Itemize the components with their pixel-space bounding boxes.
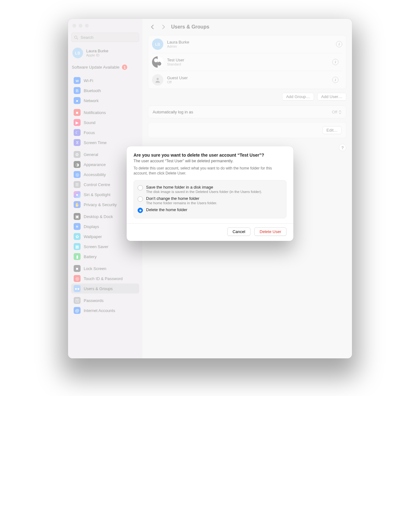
sidebar-item-label: Battery (84, 254, 97, 259)
home-folder-option[interactable]: Don't change the home folderThe home fol… (138, 195, 282, 206)
auto-login-value[interactable]: Off (332, 110, 342, 114)
sidebar-item-label: General (84, 152, 98, 157)
sidebar-item-users-groups[interactable]: ●●Users & Groups (71, 284, 139, 294)
sidebar-item-label: Siri & Spotlight (84, 192, 110, 197)
sidebar-item-label: Passwords (84, 298, 104, 303)
user-row[interactable]: Guest UserOffi (152, 71, 342, 89)
screensaver-icon: ▦ (74, 243, 81, 250)
sidebar-item-label: Wallpaper (84, 234, 102, 239)
home-folder-option[interactable]: Delete the home folder (138, 206, 282, 214)
minimize-window-icon[interactable] (79, 24, 82, 28)
sidebar-item-network[interactable]: ●Network (71, 96, 139, 106)
privacy-icon: ✋ (74, 201, 81, 208)
sidebar-item-label: Bluetooth (84, 88, 101, 93)
user-row[interactable]: LBLaura BurkeAdmini (148, 35, 346, 53)
sidebar-item-notifications[interactable]: ■Notifications (71, 107, 139, 117)
auto-login-label: Automatically log in as (153, 110, 193, 114)
help-button[interactable]: ? (339, 144, 346, 151)
sidebar-item-screen-saver[interactable]: ▦Screen Saver (71, 242, 139, 252)
dialog-title: Are you sure you want to delete the user… (134, 153, 286, 158)
delete-user-button[interactable]: Delete User (254, 227, 286, 236)
sidebar-item-label: Screen Saver (84, 244, 108, 249)
sidebar-item-internet-accounts[interactable]: @Internet Accounts (71, 305, 139, 315)
general-icon: ⚙ (74, 151, 81, 158)
option-label: Don't change the home folder (146, 196, 217, 201)
controlcentre-icon: ☰ (74, 181, 81, 188)
lock-icon: ■ (74, 265, 81, 272)
sidebar-item-bluetooth[interactable]: BBluetooth (71, 86, 139, 96)
option-label: Delete the home folder (146, 207, 187, 212)
delete-user-dialog: Are you sure you want to delete the user… (127, 146, 293, 241)
appearance-icon: ◑ (74, 161, 81, 168)
updown-icon (339, 110, 342, 114)
info-icon[interactable]: i (336, 41, 342, 47)
users-list: LBLaura BurkeAdminiTest UserStandardiGue… (148, 35, 346, 89)
sidebar-item-label: Privacy & Security (84, 202, 117, 207)
info-icon[interactable]: i (332, 59, 339, 65)
user-name: Test User (167, 58, 184, 63)
sidebar-item-wi-fi[interactable]: ᴡWi-Fi (71, 75, 139, 86)
option-sub: The disk image is saved in the Deleted U… (146, 190, 262, 194)
sidebar-item-label: Lock Screen (84, 266, 106, 271)
sidebar-item-lock-screen[interactable]: ■Lock Screen (71, 263, 139, 273)
auto-login-row[interactable]: Automatically log in as Off (148, 106, 346, 118)
sidebar-item-label: Focus (84, 130, 95, 135)
add-group-button[interactable]: Add Group… (282, 93, 314, 101)
sidebar-item-touch-id-password[interactable]: ◎Touch ID & Password (71, 273, 139, 284)
option-label: Save the home folder in a disk image (146, 185, 262, 190)
bell-icon: ■ (74, 109, 81, 116)
zoom-window-icon[interactable] (85, 24, 89, 28)
sidebar-item-sound[interactable]: ▶Sound (71, 117, 139, 127)
home-folder-options: Save the home folder in a disk imageThe … (134, 180, 286, 218)
network-icon: ● (74, 97, 81, 104)
screentime-icon: ⧖ (74, 139, 81, 146)
dialog-subtitle: The user account “Test User” will be del… (134, 159, 286, 163)
apple-id-account[interactable]: LB Laura Burke Apple ID (71, 46, 139, 63)
user-avatar: LB (152, 39, 163, 50)
sidebar-item-label: Internet Accounts (84, 308, 115, 313)
bluetooth-icon: B (74, 87, 81, 94)
sidebar-item-label: Sound (84, 120, 96, 125)
svg-point-2 (157, 78, 159, 80)
sidebar-item-label: Wi-Fi (84, 78, 93, 83)
sidebar-item-screen-time[interactable]: ⧖Screen Time (71, 138, 139, 148)
sidebar-item-focus[interactable]: ☾Focus (71, 127, 139, 138)
radio-button[interactable] (138, 208, 143, 213)
forward-button[interactable] (160, 23, 167, 31)
user-avatar (152, 56, 163, 68)
radio-button[interactable] (138, 196, 143, 202)
close-window-icon[interactable] (72, 24, 76, 28)
search-input[interactable] (80, 35, 136, 40)
edit-button[interactable]: Edit… (323, 126, 342, 134)
page-title: Users & Groups (171, 24, 209, 30)
option-sub: The home folder remains in the Users fol… (146, 201, 217, 205)
sidebar-item-label: Network (84, 98, 99, 103)
sidebar-item-label: Touch ID & Password (84, 276, 123, 281)
sidebar-item-passwords[interactable]: ⚿Passwords (71, 295, 139, 305)
software-update-row[interactable]: Software Update Available 1 (71, 63, 139, 74)
back-button[interactable] (149, 23, 156, 31)
focus-icon: ☾ (74, 129, 81, 136)
sidebar-item-label: Notifications (84, 110, 106, 115)
user-avatar (152, 74, 163, 86)
touchid-icon: ◎ (74, 275, 81, 282)
at-icon: @ (74, 307, 81, 314)
users-icon: ●● (74, 285, 81, 292)
radio-button[interactable] (138, 185, 143, 190)
search-field[interactable] (71, 33, 139, 42)
user-row[interactable]: Test UserStandardi (152, 53, 342, 71)
wifi-icon: ᴡ (74, 77, 81, 84)
login-options-card: Edit… (148, 122, 346, 138)
sidebar-item-label: Users & Groups (84, 286, 113, 291)
user-name: Laura Burke (167, 40, 189, 45)
siri-icon: ● (74, 191, 81, 198)
user-role: Off (167, 80, 188, 84)
window-controls (71, 23, 139, 33)
add-user-button[interactable]: Add User… (317, 93, 346, 101)
sidebar-item-label: Displays (84, 224, 99, 229)
sidebar-item-battery[interactable]: ▮Battery (71, 252, 139, 262)
sidebar-item-label: Desktop & Dock (84, 214, 113, 219)
cancel-button[interactable]: Cancel (227, 227, 250, 236)
info-icon[interactable]: i (332, 77, 339, 83)
home-folder-option[interactable]: Save the home folder in a disk imageThe … (138, 184, 282, 195)
